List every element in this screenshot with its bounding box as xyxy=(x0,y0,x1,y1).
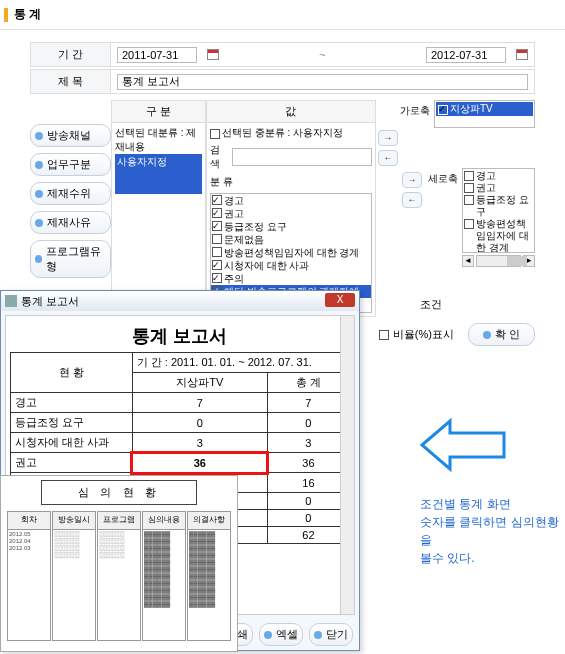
percent-checkbox[interactable]: 비율(%)표시 xyxy=(379,327,454,342)
period-label: 기 간 xyxy=(31,43,111,66)
deliberation-grid: 회차2012.052012.042012.03 방송일시░░░░░░░░░░░░… xyxy=(1,509,237,651)
report-period: 기 간 : 2011. 01. 01. ~ 2012. 07. 31. xyxy=(132,353,349,373)
close-icon[interactable]: X xyxy=(325,293,355,307)
value-caption: 선택된 중분류 : 사용자지정 xyxy=(222,126,343,140)
deliberation-title: 심 의 현 황 xyxy=(41,480,197,505)
search-input[interactable] xyxy=(232,148,372,166)
gubun-header: 구 분 xyxy=(112,101,205,123)
value-column: 값 선택된 중분류 : 사용자지정 검 색 분 류 경고 권고 등급조정 요구 … xyxy=(206,100,376,317)
sero-remove-button[interactable]: ← xyxy=(402,192,422,208)
report-titlebar[interactable]: 통계 보고서 X xyxy=(1,291,359,311)
gubun-column: 구 분 선택된 대분류 : 제재내용 사용자지정 xyxy=(111,100,206,317)
accent-bar xyxy=(4,8,8,22)
garo-label: 가로축 xyxy=(400,100,430,118)
garo-listbox[interactable]: 지상파TV xyxy=(434,100,535,128)
status-header: 현 황 xyxy=(11,353,133,393)
nav-workdiv[interactable]: 업무구분 xyxy=(30,153,111,176)
gubun-selected-item[interactable]: 사용자지정 xyxy=(115,154,202,194)
sero-add-button[interactable]: → xyxy=(402,172,422,188)
dot-icon xyxy=(35,255,42,263)
page-title-text: 통 계 xyxy=(14,6,41,23)
tilde: ~ xyxy=(227,49,418,61)
highlighted-cell[interactable]: 36 xyxy=(132,453,267,473)
sero-hscroll[interactable]: ◄ ► xyxy=(462,255,535,267)
gubun-caption: 선택된 대분류 : 제재내용 xyxy=(115,126,202,154)
value-header: 값 xyxy=(207,101,375,123)
report-scrollbar[interactable] xyxy=(340,316,354,614)
nav-level[interactable]: 제재수위 xyxy=(30,182,111,205)
report-title: 통계 보고서 xyxy=(10,324,350,348)
date-from-input[interactable] xyxy=(117,47,197,63)
search-label: 검 색 xyxy=(210,143,228,171)
date-to-input[interactable] xyxy=(426,47,506,63)
garo-mover: → ← xyxy=(378,130,398,313)
deliberation-window: 심 의 현 황 회차2012.052012.042012.03 방송일시░░░░… xyxy=(0,475,238,652)
page-title: 통 계 xyxy=(0,0,565,30)
title-input[interactable] xyxy=(117,74,528,90)
condition-label: 조건 xyxy=(420,297,442,312)
sero-mover: → ← xyxy=(402,172,422,208)
col-jisangpa: 지상파TV xyxy=(132,373,267,393)
title-label: 제 목 xyxy=(31,70,111,93)
scroll-left-icon[interactable]: ◄ xyxy=(462,255,474,267)
nav-channel[interactable]: 방송채널 xyxy=(30,124,111,147)
report-window-title: 통계 보고서 xyxy=(21,294,79,309)
window-icon xyxy=(5,295,17,307)
calendar-icon[interactable] xyxy=(516,49,528,60)
nav-reason[interactable]: 제재사유 xyxy=(30,211,111,234)
nav-progtype[interactable]: 프로그램유형 xyxy=(30,240,111,278)
axis-column: 가로축 지상파TV → ← 세로축 경고 권고 등급조정 요구 방송편성책임임자… xyxy=(400,100,535,317)
dot-icon xyxy=(35,132,43,140)
excel-button[interactable]: 엑셀 xyxy=(259,623,303,646)
garo-add-button[interactable]: → xyxy=(378,130,398,146)
dot-icon xyxy=(35,190,43,198)
calendar-icon[interactable] xyxy=(207,49,219,60)
col-total: 총 계 xyxy=(267,373,349,393)
filter-area: 기 간 ~ 제 목 xyxy=(0,30,565,100)
dot-icon xyxy=(35,161,43,169)
left-nav: 방송채널 업무구분 제재수위 제재사유 프로그램유형 xyxy=(30,100,111,317)
garo-remove-button[interactable]: ← xyxy=(378,150,398,166)
sero-listbox[interactable]: 경고 권고 등급조정 요구 방송편성책임임자에 대한 경계 시청자에 대한 사과… xyxy=(462,168,535,253)
value-caption-checkbox[interactable] xyxy=(210,129,220,139)
help-note: 조건별 통계 화면 숫자를 클릭하면 심의현황을 볼수 있다. xyxy=(420,495,565,567)
sero-label: 세로축 xyxy=(428,168,458,186)
class-label: 분 류 xyxy=(210,175,240,189)
confirm-button[interactable]: 확 인 xyxy=(468,323,535,346)
dot-icon xyxy=(35,219,43,227)
pointer-arrow-icon xyxy=(420,415,510,475)
close-button[interactable]: 닫기 xyxy=(309,623,353,646)
dot-icon xyxy=(483,331,491,339)
